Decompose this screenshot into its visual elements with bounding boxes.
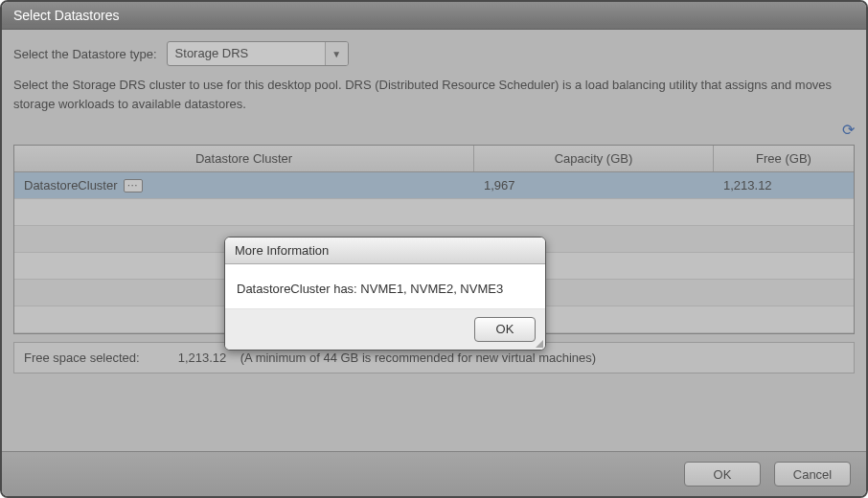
- modal-title: More Information: [225, 238, 545, 264]
- modal-body-text: DatastoreCluster has: NVME1, NVME2, NVME…: [225, 264, 545, 309]
- modal-footer: OK: [225, 309, 545, 350]
- select-datastores-dialog: Select Datastores Select the Datastore t…: [0, 0, 868, 498]
- more-information-dialog: More Information DatastoreCluster has: N…: [224, 237, 546, 351]
- modal-ok-button[interactable]: OK: [474, 317, 536, 342]
- resize-grip-icon[interactable]: [532, 336, 543, 348]
